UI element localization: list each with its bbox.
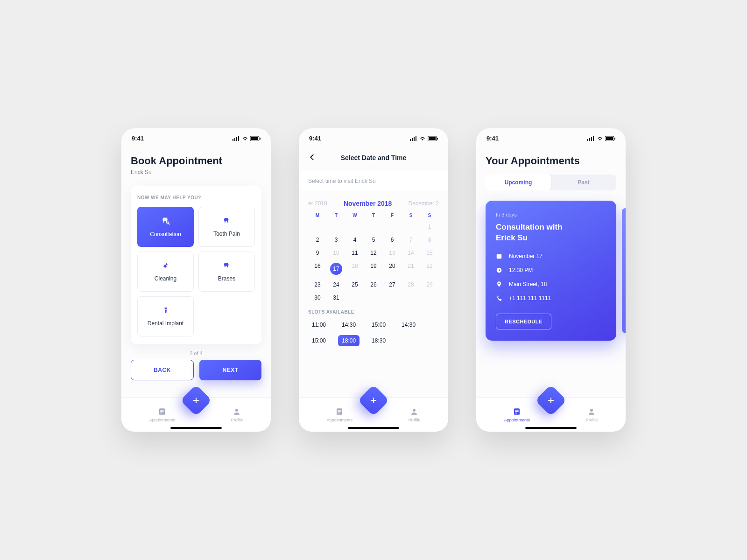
svg-point-30 (413, 409, 416, 412)
calendar-day[interactable]: 11 (345, 250, 364, 256)
calendar-day[interactable]: 19 (364, 263, 383, 275)
tab-past[interactable]: Past (551, 175, 616, 190)
calendar-day[interactable]: 30 (308, 294, 327, 301)
bottom-nav: Appointments Profile (299, 397, 448, 432)
calendar-day[interactable]: 29 (420, 281, 439, 288)
calendar-day[interactable]: 14 (402, 250, 420, 256)
back-chevron-icon[interactable] (308, 153, 317, 163)
tooth-search-icon (162, 217, 170, 226)
time-slot[interactable]: 14:30 (398, 319, 419, 330)
time-slot[interactable]: 18:30 (368, 335, 389, 346)
calendar-day[interactable]: 13 (383, 250, 402, 256)
calendar-day (402, 294, 420, 301)
appointment-phone: +1 111 111 1111 (509, 295, 551, 301)
svg-rect-32 (589, 138, 590, 141)
svg-rect-31 (587, 139, 588, 141)
month-next[interactable]: December 2 (409, 200, 439, 207)
calendar-day[interactable]: 12 (364, 250, 383, 256)
calendar-day[interactable]: 15 (420, 250, 439, 256)
calendar-day[interactable]: 21 (402, 263, 420, 275)
signal-icon (587, 136, 595, 141)
month-current: November 2018 (344, 200, 392, 207)
calendar-day[interactable]: 9 (308, 250, 327, 256)
svg-point-16 (235, 409, 238, 412)
calendar-day[interactable]: 25 (345, 281, 364, 288)
time-slot[interactable]: 14:30 (338, 319, 359, 330)
calendar-day[interactable]: 23 (308, 281, 327, 288)
status-time: 9:41 (486, 135, 499, 142)
appointment-location: Main Street, 18 (509, 281, 547, 287)
status-time: 9:41 (309, 135, 321, 142)
calendar-day[interactable]: 5 (364, 237, 383, 243)
service-tooth-pain[interactable]: Tooth Pain (198, 207, 255, 247)
service-consultation[interactable]: Consultation (137, 207, 194, 247)
plus-icon (191, 396, 201, 405)
nav-profile[interactable]: Profile (231, 407, 243, 422)
svg-rect-3 (238, 136, 239, 141)
service-card: NOW WE MAY HELP YOU? Consultation Tooth … (131, 186, 261, 344)
home-indicator (525, 427, 577, 429)
calendar-day (308, 224, 327, 230)
month-prev[interactable]: er 2018 (308, 200, 327, 207)
slots-list: 11:00 14:30 15:00 14:30 15:00 18:00 18:3… (308, 319, 439, 346)
back-button[interactable]: BACK (131, 360, 194, 380)
calendar-day[interactable]: 16 (308, 263, 327, 275)
page-title: Book Appointment (131, 155, 261, 167)
svg-point-47 (590, 409, 593, 412)
calendar-day[interactable]: 26 (364, 281, 383, 288)
time-slot[interactable]: 15:00 (368, 319, 389, 330)
calendar-day[interactable]: 3 (327, 237, 345, 243)
svg-rect-5 (251, 137, 258, 140)
calendar-day[interactable]: 10 (327, 250, 345, 256)
nav-profile[interactable]: Profile (586, 407, 598, 422)
calendar-day[interactable]: 24 (327, 281, 345, 288)
status-bar: 9:41 (476, 128, 626, 145)
appointment-date: November 17 (509, 253, 543, 259)
tab-upcoming[interactable]: Upcoming (486, 175, 551, 190)
service-dental-implant[interactable]: Dental Implant (137, 296, 194, 336)
calendar-day[interactable]: 22 (420, 263, 439, 275)
document-icon (335, 407, 344, 416)
svg-rect-6 (260, 138, 261, 140)
next-card-peek[interactable] (622, 208, 626, 333)
nav-label: Profile (586, 418, 598, 422)
nav-appointments[interactable]: Appointments (149, 407, 175, 422)
calendar-day (345, 224, 364, 230)
service-cleaning[interactable]: Cleaning (137, 252, 194, 292)
svg-rect-20 (416, 136, 416, 141)
calendar-day[interactable]: 4 (345, 237, 364, 243)
calendar-day[interactable]: 7 (402, 237, 420, 243)
next-button[interactable]: NEXT (199, 360, 261, 380)
appointment-title: Consultation with Erick Su (496, 222, 580, 244)
calendar-day[interactable]: 27 (383, 281, 402, 288)
svg-rect-9 (225, 265, 229, 265)
time-slot[interactable]: 15:00 (308, 335, 330, 346)
nav-appointments[interactable]: Appointments (327, 407, 352, 422)
calendar-day[interactable]: 31 (327, 294, 345, 301)
phone-icon (496, 295, 502, 301)
calendar-day (345, 294, 364, 301)
calendar-day[interactable]: 20 (383, 263, 402, 275)
bottom-nav: Appointments Profile (121, 397, 271, 432)
time-slot[interactable]: 11:00 (308, 319, 330, 330)
calendar-day (402, 224, 420, 230)
status-icons (410, 136, 438, 141)
svg-rect-12 (161, 411, 164, 412)
nav-profile[interactable]: Profile (409, 407, 421, 422)
calendar-day[interactable]: 6 (383, 237, 402, 243)
calendar-day[interactable]: 8 (420, 237, 439, 243)
reschedule-button[interactable]: RESCHEDULE (496, 314, 551, 329)
svg-rect-2 (236, 137, 237, 141)
service-braces[interactable]: Brases (198, 252, 255, 292)
appointment-card[interactable]: In 3 days Consultation with Erick Su Nov… (486, 201, 616, 341)
svg-rect-13 (161, 413, 163, 413)
calendar-day-selected[interactable]: 17 (327, 263, 345, 275)
calendar-day (327, 224, 345, 230)
nav-appointments[interactable]: Appointments (504, 407, 530, 422)
calendar-day[interactable]: 28 (402, 281, 420, 288)
calendar-day (383, 294, 402, 301)
calendar-day[interactable]: 1 (420, 224, 439, 230)
calendar-day[interactable]: 18 (345, 263, 364, 275)
calendar-day[interactable]: 2 (308, 237, 327, 243)
time-slot-selected[interactable]: 18:00 (338, 335, 359, 346)
